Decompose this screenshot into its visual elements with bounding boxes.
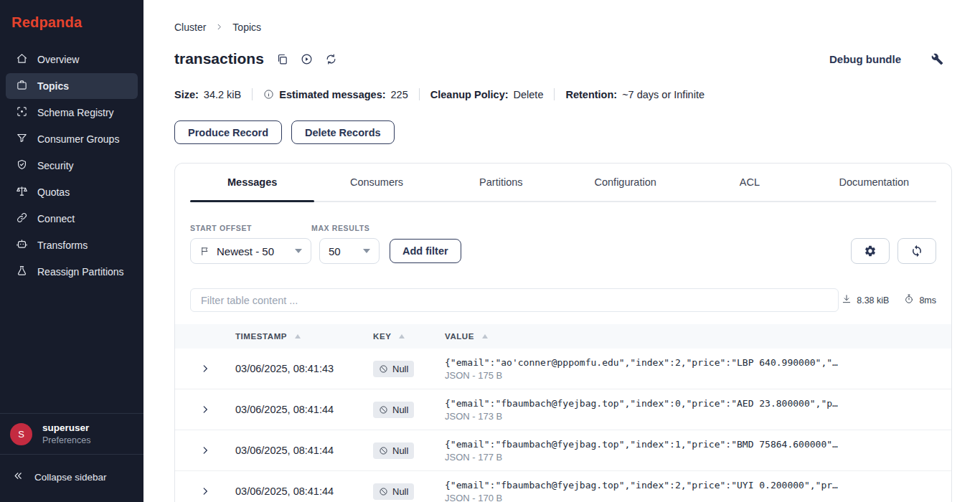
link-icon (16, 212, 28, 226)
table-settings-group (851, 238, 936, 264)
scales-icon (16, 185, 28, 199)
column-timestamp[interactable]: TIMESTAMP (235, 332, 373, 341)
sidebar-item-topics[interactable]: Topics (6, 73, 138, 99)
sidebar-item-quotas[interactable]: Quotas (6, 179, 138, 205)
sidebar-item-security[interactable]: Security (6, 153, 138, 179)
topic-card: Messages Consumers Partitions Configurat… (174, 163, 952, 502)
null-key-badge: Null (373, 442, 414, 459)
expand-row-button[interactable] (175, 404, 235, 415)
null-key-badge: Null (373, 361, 414, 377)
row-key: Null (373, 402, 445, 418)
chevron-right-icon (200, 445, 210, 455)
sort-icon (482, 334, 488, 338)
debug-bundle-link[interactable]: Debug bundle (829, 53, 901, 65)
avatar: S (10, 423, 32, 445)
expand-row-button[interactable] (175, 486, 235, 496)
row-value-json: {"email":"fbaumbach@fyejbag.top","index"… (445, 398, 951, 409)
tab-configuration[interactable]: Configuration (563, 164, 687, 201)
table-row: 03/06/2025, 08:41:43 Null {"email":"ao'c… (175, 349, 951, 389)
row-key: Null (373, 483, 445, 500)
sidebar-item-reassign-partitions[interactable]: Reassign Partitions (6, 259, 138, 285)
row-value: {"email":"fbaumbach@fyejbag.top","index"… (445, 439, 951, 463)
row-value-meta: JSON - 177 B (445, 452, 951, 463)
divider (252, 88, 253, 100)
flag-icon (199, 246, 210, 257)
info-icon (263, 89, 274, 100)
sidebar-item-connect[interactable]: Connect (6, 206, 138, 232)
row-value: {"email":"ao'conner@pppomfu.edu","index"… (445, 357, 951, 381)
row-value-meta: JSON - 170 B (445, 493, 951, 502)
divider (554, 88, 555, 100)
user-name: superuser (42, 422, 90, 433)
sidebar-item-overview[interactable]: Overview (6, 47, 138, 72)
robot-icon (16, 238, 28, 252)
chevron-right-icon (200, 486, 210, 496)
tab-documentation[interactable]: Documentation (812, 164, 936, 201)
sidebar-item-schema-registry[interactable]: Schema Registry (6, 100, 138, 126)
wrench-icon[interactable] (931, 53, 943, 65)
sync-icon (910, 245, 923, 257)
column-key[interactable]: KEY (373, 332, 445, 341)
sidebar-item-label: Connect (37, 213, 75, 224)
tab-messages[interactable]: Messages (190, 164, 314, 201)
delete-records-button[interactable]: Delete Records (291, 120, 395, 144)
table-body: 03/06/2025, 08:41:43 Null {"email":"ao'c… (175, 349, 951, 502)
page-title: transactions (174, 50, 264, 67)
topic-stats: Size: 34.2 kiB Estimated messages: 225 C… (174, 88, 952, 100)
chevron-right-icon (215, 22, 223, 33)
refresh-icon[interactable] (325, 53, 337, 65)
double-chevron-left-icon (13, 470, 24, 483)
start-offset-control: START OFFSET Newest - 50 (190, 224, 311, 264)
fetch-stats: 8.38 kiB 8ms (842, 294, 936, 306)
row-value-json: {"email":"fbaumbach@fyejbag.top","index"… (445, 439, 951, 450)
user-preferences-link[interactable]: Preferences (42, 435, 90, 445)
row-key: Null (373, 361, 445, 377)
row-value: {"email":"fbaumbach@fyejbag.top","index"… (445, 398, 951, 422)
stopwatch-icon (904, 294, 914, 306)
column-value[interactable]: VALUE (445, 332, 951, 341)
chevron-down-icon (295, 249, 302, 253)
sort-icon (295, 334, 301, 338)
add-filter-button[interactable]: Add filter (390, 239, 461, 263)
breadcrumb-cluster[interactable]: Cluster (174, 22, 206, 33)
row-timestamp: 03/06/2025, 08:41:44 (235, 404, 373, 415)
stat-cleanup-policy: Cleanup Policy: Delete (430, 89, 544, 100)
play-circle-icon[interactable] (301, 53, 313, 65)
start-offset-select[interactable]: Newest - 50 (190, 238, 311, 264)
tab-acl[interactable]: ACL (687, 164, 811, 201)
start-offset-label: START OFFSET (190, 224, 311, 232)
title-row: transactions Debug bundle (174, 50, 952, 67)
expand-row-button[interactable] (175, 445, 235, 455)
chevron-down-icon (363, 249, 370, 253)
row-value-json: {"email":"fbaumbach@fyejbag.top","index"… (445, 480, 951, 491)
redpanda-logo[interactable]: Redpanda (0, 0, 143, 44)
stat-size: Size: 34.2 kiB (174, 89, 241, 100)
topics-icon (16, 79, 28, 93)
table-row: 03/06/2025, 08:41:44 Null {"email":"fbau… (175, 430, 951, 471)
refresh-table-button[interactable] (897, 238, 936, 264)
settings-button[interactable] (851, 238, 890, 264)
max-results-select[interactable]: 50 (319, 238, 380, 264)
null-key-badge: Null (373, 483, 414, 500)
expand-row-button[interactable] (175, 364, 235, 374)
null-icon (379, 487, 388, 496)
row-timestamp: 03/06/2025, 08:41:44 (235, 445, 373, 456)
null-icon (379, 405, 388, 415)
filter-row: 8.38 kiB 8ms (175, 264, 951, 312)
tab-consumers[interactable]: Consumers (314, 164, 438, 201)
row-value: {"email":"fbaumbach@fyejbag.top","index"… (445, 480, 951, 502)
sidebar: Redpanda Overview Topics Schema Registry… (0, 0, 143, 502)
filter-table-input[interactable] (190, 288, 839, 312)
user-menu[interactable]: S superuser Preferences (0, 413, 143, 454)
sidebar-item-transforms[interactable]: Transforms (6, 232, 138, 258)
home-icon (16, 52, 28, 67)
collapse-sidebar-button[interactable]: Collapse sidebar (0, 454, 143, 502)
copy-icon[interactable] (276, 53, 288, 65)
sidebar-item-consumer-groups[interactable]: Consumer Groups (6, 126, 138, 152)
null-icon (379, 364, 388, 374)
produce-record-button[interactable]: Produce Record (174, 120, 282, 144)
schema-registry-icon (16, 105, 28, 120)
shield-icon (16, 158, 28, 173)
tab-partitions[interactable]: Partitions (439, 164, 563, 201)
breadcrumb-topics[interactable]: Topics (232, 22, 261, 33)
